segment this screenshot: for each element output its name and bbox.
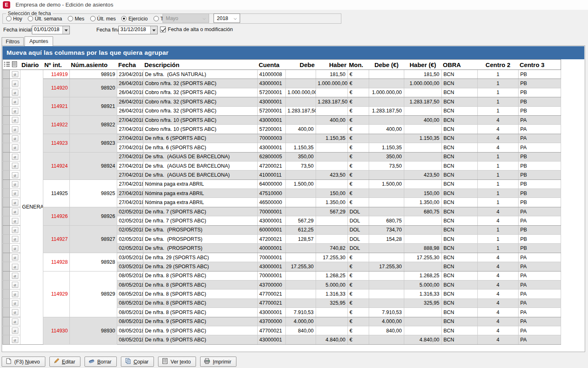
cell-debe[interactable]: 17.255,30 (286, 262, 316, 271)
year-select[interactable]: 2018 ⌵ (214, 13, 240, 23)
grid-row[interactable]: a1149309893008/05/2018De n/fra. 9 (SPORT… (3, 317, 561, 326)
cell-debe[interactable]: 840,00 (286, 326, 316, 335)
cell-descripcion[interactable]: De n/fra. 9 (SPORTS ABC) (143, 326, 258, 335)
cell-debe-eur[interactable]: 1.000.000,00 (369, 88, 404, 97)
cell-fecha[interactable]: 27/04/2018 (117, 143, 143, 152)
cell-debe[interactable]: 4.000,00 (286, 317, 316, 326)
cell-haber[interactable]: 325,95 (316, 298, 348, 307)
cell-fecha[interactable]: 08/05/2018 (117, 289, 143, 298)
tab-filtros[interactable]: Filtros (2, 37, 24, 46)
cell-centro-2[interactable]: 1 (478, 244, 519, 253)
cell-centro-3[interactable]: PB (519, 106, 561, 115)
cell-mon[interactable]: € (348, 134, 369, 143)
cell-mon[interactable]: DOL (348, 207, 369, 216)
cell-fecha[interactable]: 02/05/2018 (117, 235, 143, 244)
cell-centro-3[interactable]: PB (519, 180, 561, 188)
row-selector-cell[interactable] (3, 298, 10, 307)
cell-cuenta[interactable]: 47700021 (258, 298, 286, 307)
cell-mon[interactable]: DOL (348, 225, 369, 234)
cell-debe-eur[interactable]: 400,00 (369, 125, 404, 134)
cell-debe[interactable] (286, 189, 316, 198)
row-selector-cell[interactable] (3, 207, 10, 216)
grid-row[interactable]: a1149259892527/04/2018Nómina paga extra … (3, 180, 561, 188)
grid-row[interactable]: a1149239892327/04/2018De n/fra. 6 (SPORT… (3, 134, 561, 143)
cell-centro-2[interactable]: 1 (478, 180, 519, 188)
cell-obra[interactable]: BCN (442, 235, 478, 244)
cell-fecha[interactable]: 08/05/2018 (117, 280, 143, 289)
cell-fecha[interactable]: 26/04/2018 (117, 97, 143, 106)
cell-centro-3[interactable]: PA (519, 125, 561, 134)
cell-centro-2[interactable]: 1 (478, 161, 519, 170)
radio-ejercicio[interactable]: Ejercicio (121, 16, 147, 22)
column-header-fecha[interactable]: Fecha (117, 60, 143, 70)
cell-mon[interactable]: € (348, 335, 369, 344)
cell-debe-eur[interactable]: 734,70 (369, 225, 404, 234)
note-a-button[interactable]: a (12, 71, 18, 77)
cell-centro-2[interactable]: 1 (478, 88, 519, 97)
cell-debe-eur[interactable]: 73,50 (369, 161, 404, 170)
cell-cuenta[interactable]: 47200021 (258, 235, 286, 244)
note-a-button[interactable]: a (12, 264, 18, 270)
cell-num-int[interactable]: 114926 (43, 207, 70, 225)
cell-haber[interactable]: 181,50 (316, 70, 348, 79)
cell-haber-eur[interactable]: 325,95 (404, 298, 442, 307)
row-selector-cell[interactable] (3, 106, 10, 115)
cell-cuenta[interactable]: 57200001 (258, 125, 286, 134)
cell-debe-eur[interactable]: 350,00 (369, 152, 404, 161)
cell-haber[interactable] (316, 216, 348, 225)
cell-mon[interactable]: € (348, 143, 369, 152)
cell-num-int[interactable]: 114927 (43, 225, 70, 253)
cell-centro-3[interactable]: PA (519, 134, 561, 143)
cell-centro-2[interactable]: 4 (478, 125, 519, 134)
cell-num-int[interactable]: 114929 (43, 271, 70, 317)
cell-descripcion[interactable]: De n/fra. 9 (SPORTS ABC) (143, 317, 258, 326)
cell-haber[interactable]: 400,00 (316, 115, 348, 124)
cell-num-asiento[interactable]: 98927 (70, 225, 117, 253)
cell-centro-3[interactable]: PB (519, 70, 561, 79)
cell-debe-eur[interactable] (369, 134, 404, 143)
cell-haber-eur[interactable] (404, 216, 442, 225)
cell-debe-eur[interactable] (369, 280, 404, 289)
row-selector-cell[interactable] (3, 262, 10, 271)
cell-fecha[interactable]: 02/05/2018 (117, 207, 143, 216)
cell-num-asiento[interactable]: 98924 (70, 152, 117, 180)
cell-centro-2[interactable]: 4 (478, 335, 519, 344)
cell-debe-eur[interactable]: 1.150,35 (369, 143, 404, 152)
cell-fecha[interactable]: 02/05/2018 (117, 216, 143, 225)
cell-mon[interactable]: € (348, 262, 369, 271)
cell-haber-eur[interactable]: 1.268,25 (404, 271, 442, 280)
row-selector-cell[interactable] (3, 97, 10, 106)
cell-haber[interactable]: 1.000.000,00 (316, 79, 348, 88)
cell-cuenta[interactable]: 40000001 (258, 244, 286, 253)
cell-debe-eur[interactable] (369, 244, 404, 253)
cell-fecha[interactable]: 27/04/2018 (117, 161, 143, 170)
cell-num-int[interactable]: 114920 (43, 79, 70, 97)
cell-centro-3[interactable]: PA (519, 207, 561, 216)
row-selector-cell[interactable] (3, 244, 10, 253)
cell-centro-3[interactable]: PA (519, 271, 561, 280)
cell-descripcion[interactable]: De s/fra. (PROSPORTS) (143, 225, 258, 234)
row-selector-cell[interactable] (3, 152, 10, 161)
cell-haber-eur[interactable]: 1.000.000,00 (404, 79, 442, 88)
cell-centro-2[interactable]: 1 (478, 152, 519, 161)
cell-centro-2[interactable]: 4 (478, 115, 519, 124)
cell-centro-2[interactable]: 4 (478, 216, 519, 225)
cell-haber[interactable] (316, 317, 348, 326)
cell-descripcion[interactable]: Cobro n/fra. 32 (SPORTS ABC) (143, 106, 258, 115)
row-selector-cell[interactable] (3, 79, 10, 88)
cell-haber-eur[interactable] (404, 326, 442, 335)
radio-ult-mes[interactable]: Últ. mes (90, 16, 116, 22)
row-selector-cell[interactable] (3, 180, 10, 188)
cell-num-int[interactable]: 114923 (43, 134, 70, 152)
cell-centro-3[interactable]: PB (519, 88, 561, 97)
cell-fecha[interactable]: 08/05/2018 (117, 271, 143, 280)
row-selector-cell[interactable] (3, 134, 10, 143)
cell-mon[interactable]: € (348, 115, 369, 124)
cell-centro-3[interactable]: PB (519, 97, 561, 106)
cell-cuenta[interactable]: 41000008 (258, 70, 286, 79)
cell-centro-3[interactable]: PB (519, 198, 561, 207)
cell-centro-2[interactable]: 4 (478, 143, 519, 152)
note-a-button[interactable]: a (12, 81, 18, 87)
cell-descripcion[interactable]: Cobro n/fra. 32 (SPORTS ABC) (143, 97, 258, 106)
cell-descripcion[interactable]: Nómina paga extra ABRIL (143, 189, 258, 198)
